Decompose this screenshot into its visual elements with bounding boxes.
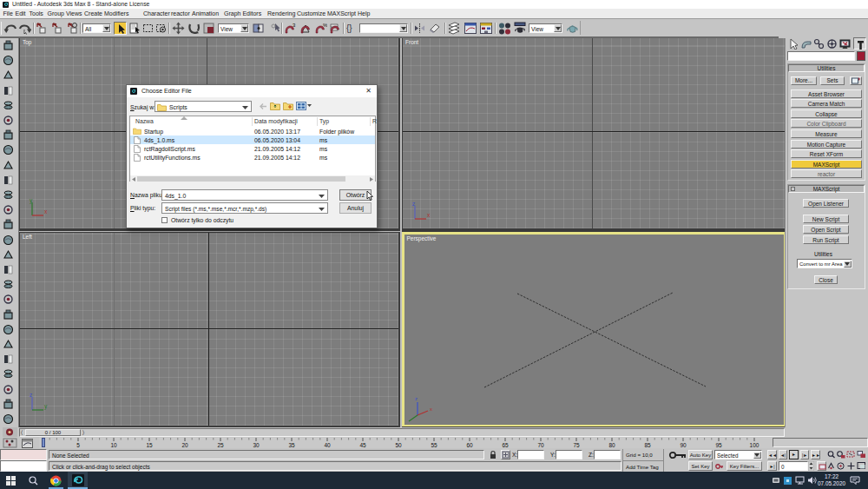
svg-text:45: 45 — [359, 442, 366, 448]
svg-text:95: 95 — [715, 442, 722, 448]
svg-text:30: 30 — [253, 442, 260, 448]
svg-text:x: x — [44, 208, 48, 215]
svg-text:85: 85 — [644, 442, 651, 448]
svg-text:10: 10 — [110, 442, 117, 448]
svg-text:5: 5 — [76, 442, 80, 448]
svg-text:25: 25 — [217, 442, 224, 448]
svg-text:{}: {} — [346, 23, 352, 33]
svg-text:80: 80 — [608, 442, 615, 448]
svg-text:x: x — [427, 212, 431, 218]
svg-text:20: 20 — [181, 442, 188, 448]
svg-text:%: % — [323, 23, 327, 28]
svg-text:70: 70 — [537, 442, 544, 448]
svg-text:50: 50 — [395, 442, 402, 448]
svg-text:60: 60 — [466, 442, 473, 448]
svg-text:90: 90 — [680, 442, 687, 448]
svg-text:y: y — [44, 403, 48, 410]
svg-text:55: 55 — [431, 442, 437, 448]
svg-text:3: 3 — [293, 23, 296, 28]
svg-text:65: 65 — [502, 442, 509, 448]
svg-text:15: 15 — [146, 442, 153, 448]
svg-text:x: x — [430, 406, 432, 412]
svg-text:35: 35 — [288, 442, 295, 448]
svg-text:100: 100 — [750, 442, 760, 448]
svg-text:40: 40 — [324, 442, 331, 448]
svg-text:75: 75 — [573, 442, 580, 448]
svg-text:z: z — [415, 396, 418, 401]
svg-text:z: z — [412, 202, 415, 207]
svg-text:z: z — [30, 393, 32, 398]
